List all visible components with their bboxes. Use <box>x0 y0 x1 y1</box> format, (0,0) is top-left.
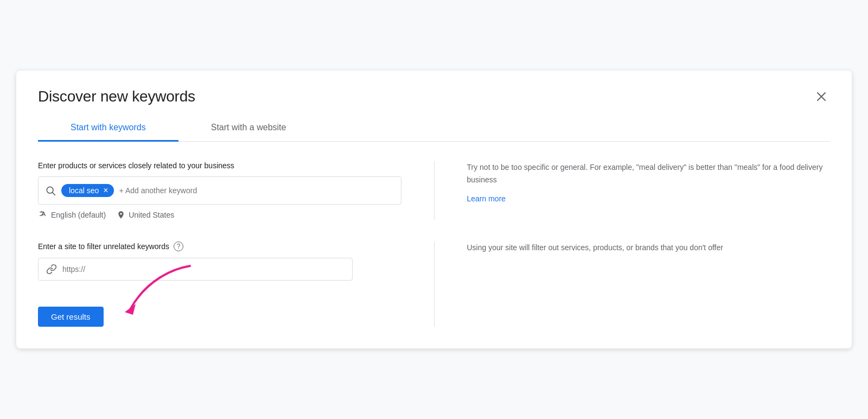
tab-bar: Start with keywords Start with a website <box>38 116 830 142</box>
keyword-input[interactable] <box>119 186 394 195</box>
modal-title: Discover new keywords <box>38 88 195 105</box>
keywords-row: Enter products or services closely relat… <box>38 161 830 220</box>
site-filter-label: Enter a site to filter unrelated keyword… <box>38 242 169 251</box>
site-filter-row: Enter a site to filter unrelated keyword… <box>38 242 830 327</box>
vertical-divider-1 <box>434 161 435 220</box>
site-filter-tip: Using your site will filter out services… <box>456 242 831 327</box>
get-results-wrapper: Get results <box>38 307 104 327</box>
keyword-chip: local seo × <box>61 184 114 197</box>
location-item[interactable]: United States <box>117 211 174 219</box>
language-location-row: English (default) United States <box>38 210 401 220</box>
language-label: English (default) <box>51 211 106 219</box>
arrow-annotation <box>119 263 195 318</box>
translate-icon <box>38 210 48 220</box>
tab-start-with-website[interactable]: Start with a website <box>178 116 319 142</box>
svg-line-1 <box>53 193 55 195</box>
keywords-left: Enter products or services closely relat… <box>38 161 412 220</box>
site-url-input[interactable] <box>62 265 344 274</box>
learn-more-link[interactable]: Learn more <box>467 194 506 203</box>
keywords-tip: Try not to be too specific or general. F… <box>456 161 831 220</box>
location-icon <box>117 211 125 219</box>
site-filter-left: Enter a site to filter unrelated keyword… <box>38 242 412 327</box>
language-item[interactable]: English (default) <box>38 210 106 220</box>
get-results-button[interactable]: Get results <box>38 307 104 327</box>
site-input-area[interactable] <box>38 258 353 281</box>
link-icon <box>46 264 57 275</box>
location-label: United States <box>129 211 174 219</box>
close-icon <box>815 90 828 103</box>
discover-keywords-modal: Discover new keywords Start with keyword… <box>16 71 852 348</box>
keywords-tip-text: Try not to be too specific or general. F… <box>467 161 831 186</box>
close-button[interactable] <box>813 88 830 105</box>
vertical-divider-2 <box>434 242 435 327</box>
search-icon <box>45 185 56 196</box>
site-filter-tip-text: Using your site will filter out services… <box>467 242 831 254</box>
keyword-input-area[interactable]: local seo × <box>38 176 401 205</box>
site-label-row: Enter a site to filter unrelated keyword… <box>38 242 401 251</box>
keywords-section-label: Enter products or services closely relat… <box>38 161 401 170</box>
modal-header: Discover new keywords <box>38 88 830 105</box>
chip-label: local seo <box>69 186 99 195</box>
get-results-area: Get results <box>38 307 401 327</box>
tab-start-with-keywords[interactable]: Start with keywords <box>38 116 178 142</box>
help-icon[interactable]: ? <box>174 242 183 251</box>
svg-marker-2 <box>125 304 136 315</box>
chip-remove-button[interactable]: × <box>103 186 108 195</box>
